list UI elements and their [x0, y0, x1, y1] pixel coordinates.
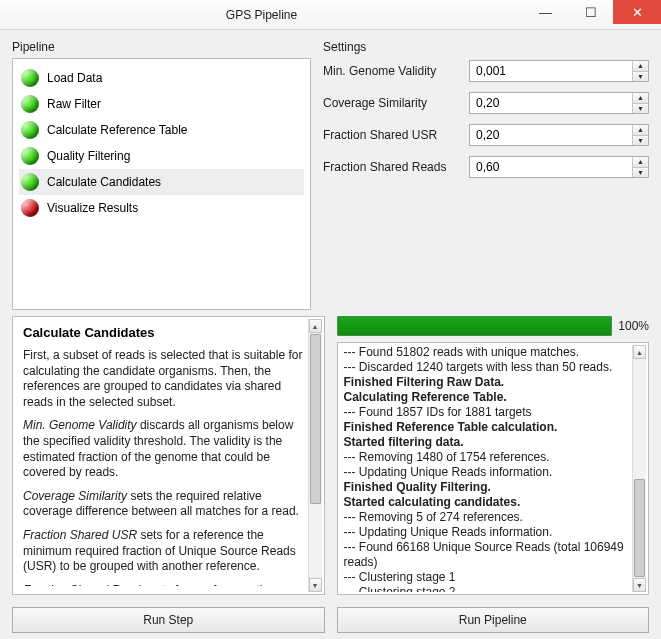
- pipeline-item-label: Visualize Results: [47, 201, 138, 215]
- scroll-thumb[interactable]: [310, 334, 321, 504]
- scroll-down-icon[interactable]: ▼: [309, 578, 322, 592]
- spinner-up-icon[interactable]: ▲: [633, 93, 648, 104]
- setting-input-coverage_similarity[interactable]: [470, 93, 632, 113]
- pipeline-item-5[interactable]: Visualize Results: [19, 195, 304, 221]
- log-line: Finished Reference Table calculation.: [344, 420, 631, 435]
- spinner-down-icon[interactable]: ▼: [633, 72, 648, 82]
- setting-spinner-fraction_shared_usr[interactable]: ▲▼: [469, 124, 649, 146]
- spinner-down-icon[interactable]: ▼: [633, 168, 648, 178]
- spinner-up-icon[interactable]: ▲: [633, 125, 648, 136]
- pipeline-item-label: Quality Filtering: [47, 149, 130, 163]
- log-line: --- Clustering stage 1: [344, 570, 631, 585]
- log-line: --- Found 66168 Unique Source Reads (tot…: [344, 540, 631, 570]
- settings-label: Settings: [323, 40, 649, 54]
- pipeline-list[interactable]: Load DataRaw FilterCalculate Reference T…: [12, 58, 311, 310]
- window-title: GPS Pipeline: [0, 8, 523, 22]
- minimize-button[interactable]: —: [523, 0, 568, 24]
- log-line: --- Removing 5 of 274 references.: [344, 510, 631, 525]
- pipeline-item-label: Raw Filter: [47, 97, 101, 111]
- scroll-up-icon[interactable]: ▲: [309, 319, 322, 333]
- progress-bar: [337, 316, 613, 336]
- close-button[interactable]: ✕: [613, 0, 661, 24]
- status-orb-icon: [21, 147, 39, 165]
- description-scrollbar[interactable]: ▲ ▼: [308, 319, 322, 592]
- log-line: --- Discarded 1240 targets with less tha…: [344, 360, 631, 375]
- status-orb-icon: [21, 199, 39, 217]
- scroll-thumb[interactable]: [634, 479, 645, 577]
- setting-label-coverage_similarity: Coverage Similarity: [323, 96, 463, 110]
- run-step-button[interactable]: Run Step: [12, 607, 325, 633]
- status-orb-icon: [21, 95, 39, 113]
- setting-label-fraction_shared_usr: Fraction Shared USR: [323, 128, 463, 142]
- log-output: --- Found 51802 reads with unique matche…: [337, 342, 650, 595]
- pipeline-item-3[interactable]: Quality Filtering: [19, 143, 304, 169]
- spinner-down-icon[interactable]: ▼: [633, 104, 648, 114]
- scroll-down-icon[interactable]: ▼: [633, 578, 646, 592]
- log-line: --- Found 1857 IDs for 1881 targets: [344, 405, 631, 420]
- pipeline-item-label: Calculate Reference Table: [47, 123, 188, 137]
- log-line: Finished Quality Filtering.: [344, 480, 631, 495]
- setting-spinner-fraction_shared_reads[interactable]: ▲▼: [469, 156, 649, 178]
- status-orb-icon: [21, 121, 39, 139]
- status-orb-icon: [21, 69, 39, 87]
- spinner-down-icon[interactable]: ▼: [633, 136, 648, 146]
- description-title: Calculate Candidates: [23, 325, 304, 340]
- status-orb-icon: [21, 173, 39, 191]
- log-line: --- Updating Unique Reads information.: [344, 525, 631, 540]
- setting-input-fraction_shared_reads[interactable]: [470, 157, 632, 177]
- window-buttons: — ☐ ✕: [523, 0, 661, 29]
- maximize-button[interactable]: ☐: [568, 0, 613, 24]
- run-pipeline-button[interactable]: Run Pipeline: [337, 607, 650, 633]
- log-line: --- Clustering stage 2: [344, 585, 631, 592]
- pipeline-item-1[interactable]: Raw Filter: [19, 91, 304, 117]
- spinner-up-icon[interactable]: ▲: [633, 61, 648, 72]
- setting-spinner-min_genome_validity[interactable]: ▲▼: [469, 60, 649, 82]
- setting-input-min_genome_validity[interactable]: [470, 61, 632, 81]
- pipeline-item-2[interactable]: Calculate Reference Table: [19, 117, 304, 143]
- log-scrollbar[interactable]: ▲ ▼: [632, 345, 646, 592]
- log-line: Finished Filtering Raw Data.: [344, 375, 631, 390]
- spinner-up-icon[interactable]: ▲: [633, 157, 648, 168]
- log-line: Started calculating candidates.: [344, 495, 631, 510]
- scroll-up-icon[interactable]: ▲: [633, 345, 646, 359]
- log-line: --- Removing 1480 of 1754 references.: [344, 450, 631, 465]
- log-line: Calculating Reference Table.: [344, 390, 631, 405]
- pipeline-item-label: Load Data: [47, 71, 102, 85]
- setting-label-min_genome_validity: Min. Genome Validity: [323, 64, 463, 78]
- pipeline-item-label: Calculate Candidates: [47, 175, 161, 189]
- setting-input-fraction_shared_usr[interactable]: [470, 125, 632, 145]
- pipeline-item-4[interactable]: Calculate Candidates: [19, 169, 304, 195]
- log-line: --- Found 51802 reads with unique matche…: [344, 345, 631, 360]
- pipeline-label: Pipeline: [12, 40, 311, 54]
- progress-percent: 100%: [618, 319, 649, 333]
- log-line: --- Updating Unique Reads information.: [344, 465, 631, 480]
- description-body: First, a subset of reads is selected tha…: [23, 348, 304, 586]
- log-line: Started filtering data.: [344, 435, 631, 450]
- titlebar: GPS Pipeline — ☐ ✕: [0, 0, 661, 30]
- setting-spinner-coverage_similarity[interactable]: ▲▼: [469, 92, 649, 114]
- setting-label-fraction_shared_reads: Fraction Shared Reads: [323, 160, 463, 174]
- description-box: Calculate Candidates First, a subset of …: [12, 316, 325, 595]
- pipeline-item-0[interactable]: Load Data: [19, 65, 304, 91]
